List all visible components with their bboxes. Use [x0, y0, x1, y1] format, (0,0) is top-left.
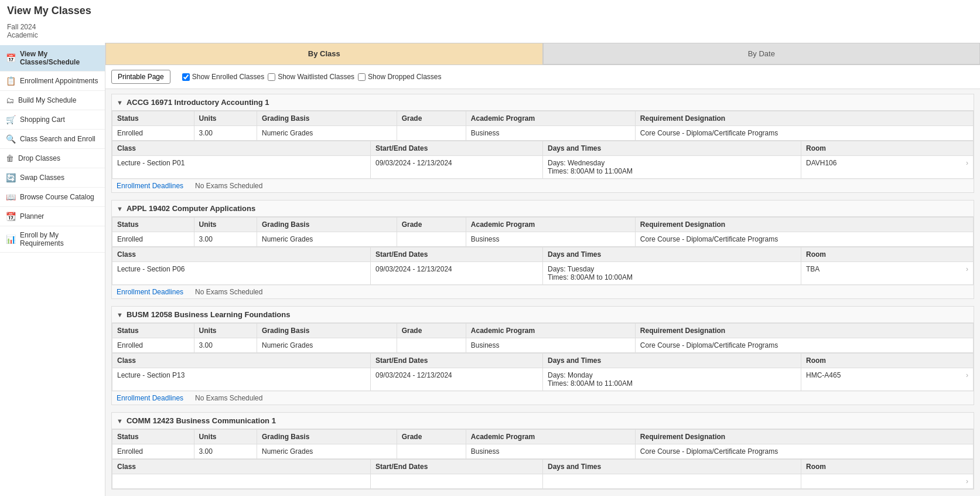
- class-label-value: Lecture - Section P01: [112, 156, 371, 179]
- show-enrolled-checkbox[interactable]: [182, 73, 190, 81]
- enrollment-deadlines-link-1[interactable]: Enrollment Deadlines: [117, 288, 183, 296]
- col-grade: Grade: [397, 111, 466, 126]
- course-title-3[interactable]: ▼ COMM 12423 Business Communication 1: [112, 413, 974, 429]
- no-exams-label-1: No Exams Scheduled: [195, 288, 262, 296]
- info-row-1: Enrolled 3.00 Numeric Grades Business Co…: [112, 232, 974, 247]
- course-title-0[interactable]: ▼ ACCG 16971 Introductory Accounting 1: [112, 94, 974, 111]
- grading-basis-value: Numeric Grades: [257, 338, 397, 353]
- course-name-1: APPL 19402 Computer Applications: [127, 204, 255, 213]
- col-grade: Grade: [397, 324, 466, 338]
- schedule-row-3: ›: [112, 474, 974, 489]
- role-label: Academic: [7, 31, 38, 39]
- row-chevron-icon: ›: [966, 265, 968, 273]
- show-enrolled-label[interactable]: Show Enrolled Classes: [182, 73, 264, 81]
- schedule-table-2: Class Start/End Dates Days and Times Roo…: [112, 353, 974, 391]
- status-value: Enrolled: [112, 232, 194, 247]
- sidebar-item-swap-classes[interactable]: 🔄 Swap Classes: [0, 168, 105, 188]
- course-section-3: ▼ COMM 12423 Business Communication 1 St…: [111, 412, 974, 490]
- sch-col-days-times: Days and Times: [543, 354, 801, 368]
- sidebar-item-label: Class Search and Enroll: [20, 135, 95, 143]
- info-row-2: Enrolled 3.00 Numeric Grades Business Co…: [112, 338, 974, 353]
- grade-value: [397, 232, 466, 247]
- academic-program-value: Business: [466, 444, 635, 459]
- no-exams-label-2: No Exams Scheduled: [195, 394, 262, 402]
- col-units: Units: [194, 324, 257, 338]
- requirement-designation-value: Core Course - Diploma/Certificate Progra…: [635, 338, 973, 353]
- units-value: 3.00: [194, 126, 257, 141]
- print-button[interactable]: Printable Page: [111, 70, 170, 84]
- col-grading-basis: Grading Basis: [257, 430, 397, 444]
- sidebar-item-planner[interactable]: 📆 Planner: [0, 207, 105, 226]
- course-title-1[interactable]: ▼ APPL 19402 Computer Applications: [112, 201, 974, 217]
- planner-icon: 📆: [6, 212, 16, 221]
- col-grade: Grade: [397, 430, 466, 444]
- sch-col-room: Room: [801, 247, 974, 262]
- show-waitlisted-checkbox[interactable]: [268, 73, 275, 81]
- tab-by-class[interactable]: By Class: [105, 43, 543, 64]
- sidebar-item-class-search-enroll[interactable]: 🔍 Class Search and Enroll: [0, 130, 105, 149]
- sidebar-item-build-my-schedule[interactable]: 🗂 Build My Schedule: [0, 91, 105, 110]
- enrollment-appointments-icon: 📋: [6, 76, 16, 86]
- enrollment-deadlines-link-0[interactable]: Enrollment Deadlines: [117, 182, 183, 190]
- row-chevron-icon: ›: [966, 159, 968, 167]
- course-title-2[interactable]: ▼ BUSM 12058 Business Learning Foundatio…: [112, 307, 974, 323]
- main-content: By ClassBy Date Printable Page Show Enro…: [105, 43, 980, 496]
- course-name-3: COMM 12423 Business Communication 1: [127, 416, 276, 425]
- sidebar-item-enrollment-appointments[interactable]: 📋 Enrollment Appointments: [0, 72, 105, 91]
- col-academic-program: Academic Program: [466, 324, 635, 338]
- room-value: DAVH106 ›: [801, 156, 974, 179]
- tab-by-date[interactable]: By Date: [543, 43, 981, 64]
- info-row-0: Enrolled 3.00 Numeric Grades Business Co…: [112, 126, 974, 141]
- col-grade: Grade: [397, 218, 466, 232]
- sch-col-room: Room: [801, 354, 974, 368]
- show-waitlisted-label[interactable]: Show Waitlisted Classes: [268, 73, 354, 81]
- sch-col-room: Room: [801, 460, 974, 474]
- sidebar-item-label: Swap Classes: [20, 174, 64, 182]
- sidebar-item-drop-classes[interactable]: 🗑 Drop Classes: [0, 149, 105, 168]
- dates-value: 09/03/2024 - 12/13/2024: [371, 262, 543, 285]
- grade-value: [397, 444, 466, 459]
- info-table-3: Status Units Grading Basis Grade Academi…: [112, 429, 974, 459]
- sidebar-item-enroll-by-requirements[interactable]: 📊 Enroll by My Requirements: [0, 226, 105, 253]
- course-section-1: ▼ APPL 19402 Computer Applications Statu…: [111, 200, 974, 299]
- show-dropped-checkbox[interactable]: [358, 73, 366, 81]
- row-chevron-icon: ›: [966, 477, 968, 485]
- enroll-by-requirements-icon: 📊: [6, 235, 16, 244]
- dates-value: 09/03/2024 - 12/13/2024: [371, 368, 543, 391]
- sidebar-item-browse-course-catalog[interactable]: 📖 Browse Course Catalog: [0, 188, 105, 207]
- room-value: HMC-A465 ›: [801, 368, 974, 391]
- sidebar-item-shopping-cart[interactable]: 🛒 Shopping Cart: [0, 110, 105, 130]
- schedule-row-2: Lecture - Section P13 09/03/2024 - 12/13…: [112, 368, 974, 391]
- class-label-value: [112, 474, 371, 489]
- sidebar-item-label: Enroll by My Requirements: [20, 231, 99, 247]
- enrollment-deadlines-link-2[interactable]: Enrollment Deadlines: [117, 394, 183, 402]
- row-chevron-icon: ›: [966, 371, 968, 379]
- col-requirement-designation: Requirement Designation: [635, 111, 973, 126]
- col-status: Status: [112, 111, 194, 126]
- col-requirement-designation: Requirement Designation: [635, 324, 973, 338]
- sch-col-days-times: Days and Times: [543, 460, 801, 474]
- grade-value: [397, 126, 466, 141]
- sch-col-class: Class: [112, 247, 371, 262]
- sidebar-item-view-my-classes[interactable]: 📅 View My Classes/Schedule: [0, 45, 105, 72]
- footer-row-0: Enrollment Deadlines No Exams Scheduled: [112, 179, 974, 192]
- course-name-0: ACCG 16971 Introductory Accounting 1: [127, 98, 269, 107]
- sch-col-room: Room: [801, 141, 974, 156]
- dates-value: [371, 474, 543, 489]
- show-dropped-label[interactable]: Show Dropped Classes: [358, 73, 441, 81]
- requirement-designation-value: Core Course - Diploma/Certificate Progra…: [635, 444, 973, 459]
- schedule-table-0: Class Start/End Dates Days and Times Roo…: [112, 141, 974, 179]
- col-status: Status: [112, 218, 194, 232]
- requirement-designation-value: Core Course - Diploma/Certificate Progra…: [635, 126, 973, 141]
- footer-row-1: Enrollment Deadlines No Exams Scheduled: [112, 285, 974, 298]
- sidebar-item-label: Enrollment Appointments: [20, 77, 98, 85]
- sch-col-class: Class: [112, 354, 371, 368]
- browse-course-catalog-icon: 📖: [6, 192, 16, 202]
- info-table-1: Status Units Grading Basis Grade Academi…: [112, 217, 974, 247]
- col-academic-program: Academic Program: [466, 111, 635, 126]
- status-value: Enrolled: [112, 126, 194, 141]
- chevron-icon-1: ▼: [117, 205, 123, 212]
- page-title: View My Classes: [7, 5, 973, 17]
- chevron-icon-3: ▼: [117, 417, 123, 424]
- course-section-0: ▼ ACCG 16971 Introductory Accounting 1 S…: [111, 94, 974, 193]
